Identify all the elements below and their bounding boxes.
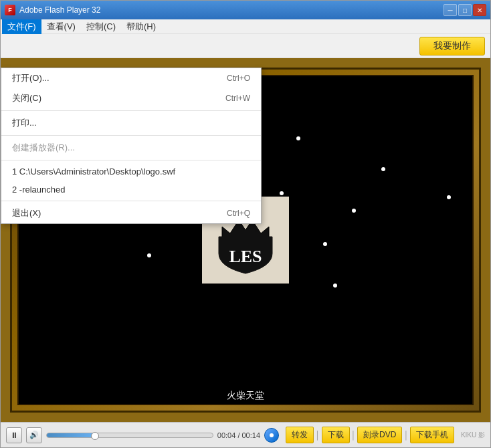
burn-dvd-button[interactable]: 刻录DVD <box>357 427 402 443</box>
divider-4 <box>1 201 261 201</box>
disc-icon[interactable] <box>264 428 279 443</box>
menu-open[interactable]: 打开(O)... Ctrl+O <box>1 68 261 88</box>
menu-bar: 文件(F) 查看(V) 控制(C) 帮助(H) <box>1 19 490 34</box>
particle-dot <box>352 209 356 213</box>
seek-progress <box>47 433 95 437</box>
title-bar: F Adobe Flash Player 32 ─ □ ✕ <box>1 1 490 19</box>
particle-dot <box>447 195 451 199</box>
particle-dot <box>147 253 151 257</box>
playback-bar: ⏸ 🔊 00:04 / 00:14 转发 │ 下载 │ 刻录DVD │ <box>1 422 490 447</box>
current-time: 00:04 <box>217 431 236 439</box>
share-button[interactable]: 转发 <box>286 427 314 443</box>
file-menu-dropdown: 打开(O)... Ctrl+O 关闭(C) Ctrl+W 打印... 创建播放器… <box>1 68 262 224</box>
seek-thumb[interactable] <box>91 432 99 440</box>
particle-dot <box>381 167 385 171</box>
menu-create-player: 创建播放器(R)... <box>1 138 261 158</box>
menu-exit[interactable]: 退出(X) Ctrl+Q <box>1 203 261 223</box>
minimize-button[interactable]: ─ <box>444 4 457 16</box>
app-icon: F <box>5 5 15 15</box>
menu-print[interactable]: 打印... <box>1 113 261 133</box>
total-time: 00:14 <box>242 431 261 439</box>
volume-button[interactable]: 🔊 <box>26 427 42 443</box>
menu-recent-2[interactable]: 2 -relaunched <box>1 181 261 199</box>
menu-help[interactable]: 帮助(H) <box>121 19 161 34</box>
particle-dot <box>296 136 300 140</box>
menu-recent-1[interactable]: 1 C:\Users\Administrator\Desktop\logo.sw… <box>1 162 261 181</box>
close-button[interactable]: ✕ <box>473 4 486 16</box>
particle-dot <box>280 191 284 195</box>
flash-title-label: 火柴天堂 <box>213 388 278 404</box>
menu-control[interactable]: 控制(C) <box>81 19 121 34</box>
window-title: Adobe Flash Player 32 <box>19 5 100 15</box>
maximize-button[interactable]: □ <box>458 4 472 16</box>
svg-text:LES: LES <box>229 247 262 266</box>
disc-center <box>270 433 274 437</box>
particle-dot <box>333 284 337 288</box>
download-button[interactable]: 下载 <box>322 427 350 443</box>
play-pause-button[interactable]: ⏸ <box>6 427 22 443</box>
divider-3 <box>1 160 261 160</box>
title-bar-left: F Adobe Flash Player 32 <box>5 5 100 15</box>
make-button[interactable]: 我要制作 <box>419 37 485 55</box>
toolbar: 我要制作 <box>1 34 490 58</box>
download-mobile-button[interactable]: 下载手机 <box>410 427 454 443</box>
menu-file[interactable]: 文件(F) <box>2 19 41 34</box>
action-buttons: 转发 │ 下载 │ 刻录DVD │ 下载手机 <box>286 427 454 443</box>
main-window: F Adobe Flash Player 32 ─ □ ✕ 文件(F) 查看(V… <box>0 0 491 448</box>
divider-1 <box>1 110 261 111</box>
title-bar-controls: ─ □ ✕ <box>444 4 486 16</box>
time-display: 00:04 / 00:14 <box>217 431 260 439</box>
divider-2 <box>1 135 261 136</box>
watermark: KIKU 影 <box>461 431 485 440</box>
menu-view[interactable]: 查看(V) <box>41 19 81 34</box>
particle-dot <box>323 242 327 246</box>
menu-close[interactable]: 关闭(C) Ctrl+W <box>1 88 261 108</box>
content-area: 我要制作 打开(O)... Ctrl+O 关闭(C) Ctrl+W 打印... … <box>1 34 490 447</box>
seek-bar[interactable] <box>46 433 213 438</box>
